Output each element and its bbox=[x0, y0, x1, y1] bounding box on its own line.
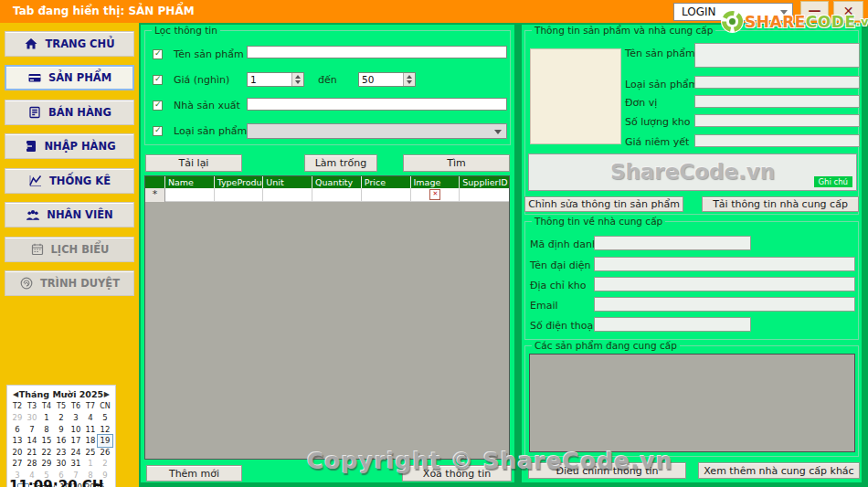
sidebar-item-thong-ke[interactable]: THỐNG KÊ bbox=[5, 168, 134, 194]
grid-corner-cell[interactable] bbox=[145, 176, 165, 188]
add-product-button[interactable]: Thêm mới bbox=[146, 465, 242, 482]
calendar-day[interactable]: 21 bbox=[25, 447, 39, 459]
grid-new-row[interactable]: * bbox=[145, 188, 509, 202]
calendar-day[interactable]: 4 bbox=[83, 412, 98, 424]
grid-column-header[interactable]: Price bbox=[362, 176, 411, 188]
login-label: LOGIN bbox=[682, 5, 716, 18]
calendar-day[interactable]: 2 bbox=[98, 458, 112, 470]
supplier-email-field[interactable] bbox=[594, 297, 855, 312]
filter-name-checkbox[interactable] bbox=[153, 49, 163, 59]
calendar-day[interactable]: 13 bbox=[10, 435, 25, 447]
calendar-day[interactable]: 19 bbox=[98, 435, 112, 447]
filter-price-checkbox[interactable] bbox=[153, 75, 163, 85]
supplier-rep-label: Tên đại diện bbox=[530, 259, 590, 271]
calendar-day[interactable]: 30 bbox=[25, 412, 39, 424]
supplier-phone-field[interactable] bbox=[594, 317, 751, 332]
grid-cell[interactable] bbox=[460, 188, 509, 202]
sidebar-item-ban-hang[interactable]: BÁN HÀNG bbox=[5, 100, 134, 125]
calendar-day[interactable]: 7 bbox=[25, 424, 39, 436]
supplier-address-field[interactable] bbox=[594, 277, 855, 291]
grid-column-header[interactable]: TypeProduct bbox=[215, 176, 264, 188]
calendar-day[interactable]: 24 bbox=[69, 447, 83, 459]
grid-column-header[interactable]: Quantity bbox=[312, 176, 362, 188]
calendar-day[interactable]: 18 bbox=[83, 435, 98, 447]
calendar-day-header: T6 bbox=[69, 402, 83, 410]
grid-column-header[interactable]: Image bbox=[411, 176, 460, 188]
more-suppliers-button[interactable]: Xem thêm nhà cung cấp khác bbox=[698, 462, 860, 479]
price-from-stepper[interactable]: 1 bbox=[247, 72, 304, 87]
calendar-day[interactable]: 1 bbox=[83, 458, 98, 470]
filter-type-checkbox[interactable] bbox=[153, 126, 163, 136]
sidebar-item-nhan-vien[interactable]: NHÂN VIÊN bbox=[5, 202, 134, 228]
reload-button[interactable]: Tải lại bbox=[145, 154, 242, 172]
calendar-day[interactable]: 27 bbox=[10, 458, 25, 470]
grid-cell[interactable] bbox=[312, 188, 362, 202]
grid-cell[interactable] bbox=[165, 188, 215, 202]
calendar-day[interactable]: 1 bbox=[39, 412, 54, 424]
product-stock-field[interactable] bbox=[694, 114, 860, 127]
calendar-day[interactable]: 9 bbox=[54, 424, 69, 436]
calendar-day[interactable]: 2 bbox=[54, 412, 69, 424]
product-unit-label: Đơn vị bbox=[625, 97, 657, 109]
calendar-day[interactable]: 30 bbox=[54, 458, 69, 470]
calendar-day[interactable]: 20 bbox=[10, 447, 25, 459]
product-type-field[interactable] bbox=[694, 76, 860, 89]
calendar-day[interactable]: 3 bbox=[69, 412, 83, 424]
notes-tag-badge: Ghi chú bbox=[814, 176, 853, 187]
spinner-arrows-icon[interactable] bbox=[291, 73, 303, 86]
sidebar-item-nhap-hang[interactable]: NHẬP HÀNG bbox=[5, 133, 134, 159]
calendar-day[interactable]: 8 bbox=[39, 424, 54, 436]
sidebar-item-trinh-duyet[interactable]: TRÌNH DUYỆT bbox=[5, 270, 134, 296]
sidebar-item-lich-bieu[interactable]: LỊCH BIỂU bbox=[5, 237, 134, 262]
grid-cell[interactable] bbox=[263, 188, 312, 202]
receipt-icon bbox=[27, 105, 42, 120]
edit-product-button[interactable]: Chỉnh sửa thông tin sản phẩm bbox=[524, 196, 683, 212]
supplier-products-box bbox=[529, 354, 855, 452]
calendar-day[interactable]: 26 bbox=[98, 447, 112, 459]
product-price-field[interactable] bbox=[694, 134, 860, 147]
price-to-stepper[interactable]: 50 bbox=[358, 72, 416, 87]
calendar-day[interactable]: 31 bbox=[69, 458, 83, 470]
calendar-day[interactable]: 6 bbox=[10, 424, 25, 436]
calendar-day[interactable]: 28 bbox=[25, 458, 39, 470]
product-unit-field[interactable] bbox=[694, 95, 860, 108]
product-type-label: Loại sản phẩm bbox=[625, 79, 698, 90]
supplier-id-field[interactable] bbox=[594, 236, 751, 250]
calendar-day[interactable]: 17 bbox=[69, 435, 83, 447]
clear-button[interactable]: Làm trống bbox=[304, 154, 377, 172]
calendar-day[interactable]: 15 bbox=[39, 435, 54, 447]
calendar-day[interactable]: 12 bbox=[98, 424, 112, 436]
calendar-day[interactable]: 11 bbox=[83, 424, 98, 436]
grid-cell[interactable] bbox=[411, 188, 460, 202]
calendar-day[interactable]: 29 bbox=[10, 412, 25, 424]
load-supplier-button[interactable]: Tải thông tin nhà cung cấp bbox=[702, 196, 859, 212]
calendar-day[interactable]: 29 bbox=[39, 458, 54, 470]
calendar-day[interactable]: 22 bbox=[39, 447, 54, 459]
spinner-arrows-icon[interactable] bbox=[403, 73, 415, 86]
grid-column-header[interactable]: SupplierID bbox=[460, 176, 509, 188]
filter-manufacturer-checkbox[interactable] bbox=[153, 101, 163, 111]
supplier-rep-field[interactable] bbox=[594, 257, 855, 271]
calendar-day-header: T4 bbox=[39, 402, 54, 410]
product-notes-box[interactable]: ShareCode.vn Ghi chú bbox=[528, 154, 857, 191]
grid-cell[interactable] bbox=[362, 188, 411, 202]
find-button[interactable]: Tìm bbox=[403, 154, 510, 172]
calendar-day[interactable]: 25 bbox=[83, 447, 98, 459]
calendar-day[interactable]: 10 bbox=[69, 424, 83, 436]
grid-cell[interactable] bbox=[215, 188, 264, 202]
filter-name-input[interactable] bbox=[247, 46, 507, 58]
sidebar-item-trang-chu[interactable]: TRANG CHỦ bbox=[5, 31, 134, 57]
filter-type-combobox[interactable] bbox=[247, 123, 507, 139]
product-name-field[interactable] bbox=[694, 43, 860, 68]
calendar-next-icon[interactable]: ▶ bbox=[104, 387, 110, 401]
calendar-day[interactable]: 14 bbox=[25, 435, 39, 447]
grid-column-header[interactable]: Unit bbox=[263, 176, 312, 188]
filter-manufacturer-input[interactable] bbox=[247, 98, 507, 111]
grid-column-header[interactable]: Name bbox=[165, 176, 215, 188]
calendar-day[interactable]: 16 bbox=[54, 435, 69, 447]
supplier-address-label: Địa chỉ kho bbox=[530, 280, 586, 291]
calendar-prev-icon[interactable]: ◀ bbox=[13, 387, 18, 401]
calendar-day[interactable]: 23 bbox=[54, 447, 69, 459]
sidebar-item-san-pham[interactable]: SẢN PHẨM bbox=[5, 65, 134, 90]
calendar-day[interactable]: 5 bbox=[98, 412, 112, 424]
